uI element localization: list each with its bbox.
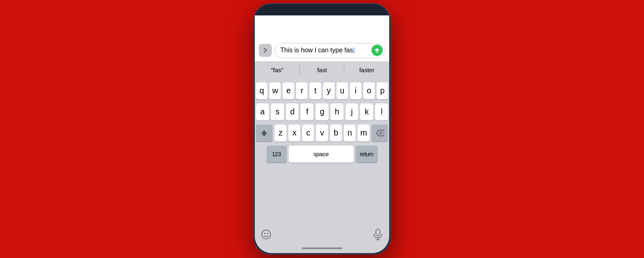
return-label: return — [360, 151, 373, 157]
key-k[interactable]: k — [360, 103, 373, 120]
emoji-button[interactable] — [259, 227, 273, 242]
message-input-bar: This is how I can type fas — [255, 40, 389, 61]
autocomplete-item-fas-quoted[interactable]: "fas" — [255, 61, 300, 79]
space-label: space — [313, 150, 329, 157]
expand-button[interactable] — [259, 44, 272, 57]
autocomplete-label: "fas" — [271, 67, 284, 73]
key-v[interactable]: v — [316, 125, 328, 142]
svg-point-0 — [262, 230, 271, 239]
autocomplete-label: fast — [317, 67, 327, 73]
shift-key[interactable] — [256, 125, 273, 142]
emoji-icon — [261, 229, 271, 240]
phone-screen: This is how I can type fas "fas" fast — [255, 15, 389, 253]
key-b[interactable]: b — [330, 125, 342, 142]
send-button[interactable] — [371, 45, 383, 56]
key-row-1: q w e r t y u i o p — [256, 82, 388, 99]
phone-frame: This is how I can type fas "fas" fast — [253, 3, 391, 255]
key-y[interactable]: y — [323, 82, 335, 99]
autocomplete-item-faster[interactable]: faster — [344, 61, 389, 79]
key-q[interactable]: q — [256, 82, 267, 99]
key-n[interactable]: n — [344, 125, 356, 142]
key-m[interactable]: m — [358, 125, 369, 142]
key-g[interactable]: g — [316, 103, 328, 120]
microphone-button[interactable] — [371, 227, 385, 242]
space-key[interactable]: space — [289, 146, 354, 163]
text-input-wrapper[interactable]: This is how I can type fas — [274, 43, 385, 58]
key-r[interactable]: r — [296, 82, 307, 99]
key-d[interactable]: d — [286, 103, 299, 120]
shift-icon — [260, 129, 268, 137]
svg-rect-3 — [376, 229, 380, 236]
chevron-right-icon — [262, 47, 268, 53]
key-z[interactable]: z — [275, 125, 286, 142]
keyboard-bottom-bar — [255, 226, 389, 243]
autocomplete-item-fast[interactable]: fast — [300, 61, 345, 79]
backspace-icon — [376, 130, 384, 136]
input-text: This is how I can type fas — [280, 47, 355, 54]
numbers-label: 123 — [272, 151, 281, 157]
autocomplete-label: faster — [359, 67, 375, 73]
key-u[interactable]: u — [337, 82, 348, 99]
send-icon — [374, 47, 380, 53]
key-j[interactable]: j — [345, 103, 358, 120]
return-key[interactable]: return — [356, 146, 378, 163]
message-text-field[interactable]: This is how I can type fas — [274, 43, 385, 58]
phone-notch — [298, 4, 346, 15]
screen-top-area — [255, 15, 389, 40]
key-x[interactable]: x — [288, 125, 300, 142]
key-t[interactable]: t — [309, 82, 321, 99]
key-h[interactable]: h — [331, 103, 343, 120]
key-p[interactable]: p — [377, 82, 388, 99]
svg-point-1 — [264, 233, 265, 234]
key-row-2: a s d f g h j k l — [256, 103, 388, 120]
key-e[interactable]: e — [283, 82, 294, 99]
svg-point-2 — [267, 233, 268, 234]
key-w[interactable]: w — [269, 82, 281, 99]
home-bar — [302, 247, 342, 249]
phone-mockup: This is how I can type fas "fas" fast — [253, 3, 391, 255]
microphone-icon — [373, 229, 383, 240]
key-o[interactable]: o — [363, 82, 375, 99]
keyboard: q w e r t y u i o p a s d f g — [255, 79, 389, 226]
backspace-key[interactable] — [371, 125, 388, 142]
key-row-3: z x c v b n m — [256, 125, 388, 142]
key-i[interactable]: i — [350, 82, 361, 99]
key-c[interactable]: c — [302, 125, 314, 142]
key-f[interactable]: f — [301, 103, 313, 120]
key-l[interactable]: l — [375, 103, 388, 120]
key-a[interactable]: a — [256, 103, 269, 120]
home-indicator — [255, 243, 389, 253]
key-row-4: 123 space return — [256, 146, 388, 163]
key-s[interactable]: s — [271, 103, 284, 120]
numbers-key[interactable]: 123 — [267, 146, 287, 163]
autocomplete-bar: "fas" fast faster — [255, 61, 389, 79]
